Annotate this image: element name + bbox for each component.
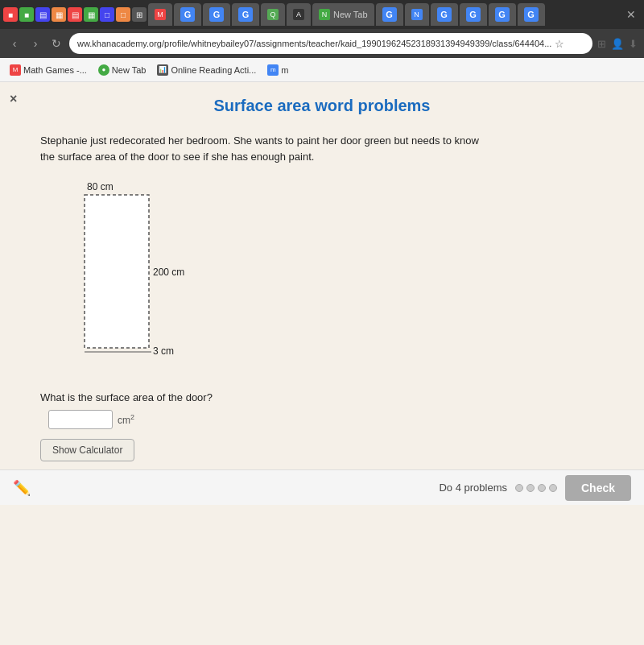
tab-bar: ■ ■ ▤ ▦ ▤ ▦ □ □ ⊞ M G G G Q A N [0,0,644,29]
do-problems-text: Do 4 problems [439,482,507,494]
browser-icon-9: ⊞ [132,7,147,22]
tab-qa[interactable]: Q [261,3,285,26]
progress-dots [515,484,557,492]
tab-favicon-ne2: N [411,9,423,20]
tab-favicon-g8: G [524,7,539,22]
bottom-bar: ✏️ Do 4 problems Check [0,469,644,505]
check-button[interactable]: Check [565,475,631,501]
tab-favicon-g7: G [495,7,510,22]
bookmark-math-games[interactable]: M Math Games -... [6,63,90,77]
bookmark-online-reading[interactable]: 📊 Online Reading Acti... [154,63,259,77]
width-label: 80 cm [87,181,114,192]
page-content: × Surface area word problems Stephanie j… [0,82,644,645]
unit-text: cm [118,415,130,426]
browser-icon-7: □ [100,7,114,22]
unit-exponent: 2 [130,413,134,421]
diagram-svg: 80 cm 200 cm 3 cm [40,179,217,375]
browser-icon-4: ▦ [52,7,66,22]
tab-favicon-g2: G [209,7,224,22]
tab-g6[interactable]: G [460,3,487,26]
door-diagram: 80 cm 200 cm 3 cm [40,179,217,372]
answer-row: cm2 [40,410,612,429]
problem-text: Stephanie just redecorated her bedroom. … [40,133,491,164]
page-title: Surface area word problems [0,82,644,125]
browser-icon-5: ▤ [68,7,82,22]
do-problems-section: Do 4 problems Check [439,475,631,501]
unit-label: cm2 [118,413,134,426]
bookmark-label-math: Math Games -... [23,65,87,75]
bookmarks-bar: M Math Games -... ● New Tab 📊 Online Rea… [0,58,644,82]
tab-favicon-g6: G [466,7,481,22]
address-bar: ‹ › ↻ ww.khanacademy.org/profile/whitney… [0,29,644,58]
show-calculator-button[interactable]: Show Calculator [40,439,134,461]
bookmark-new-tab[interactable]: ● New Tab [95,63,150,77]
tab-gmail[interactable]: M [148,3,172,26]
progress-dot-1 [515,484,523,492]
height-label: 200 cm [153,267,184,278]
browser-action-icons: ■ ■ ▤ ▦ ▤ ▦ □ □ ⊞ [3,7,147,22]
tab-g4[interactable]: G [376,3,403,26]
tab-ne2[interactable]: N [405,3,429,26]
extensions-icon[interactable]: ⊞ [597,38,606,50]
tab-g5[interactable]: G [431,3,458,26]
svg-rect-0 [85,195,149,348]
download-icon[interactable]: ⬇ [629,38,638,50]
tab-g7[interactable]: G [489,3,516,26]
progress-dot-4 [549,484,557,492]
bookmark-label-new-tab: New Tab [112,65,147,75]
bookmark-label-m: m [281,65,288,75]
tab-favicon-g3: G [238,7,253,22]
answer-input[interactable] [48,410,113,429]
tab-g3[interactable]: G [232,3,259,26]
bookmark-favicon-reading: 📊 [157,64,168,76]
forward-button[interactable]: › [27,35,43,52]
browser-icon-6: ▦ [84,7,98,22]
tab-g8[interactable]: G [518,3,545,26]
bookmark-favicon-math: M [10,64,21,76]
content-area: Stephanie just redecorated her bedroom. … [0,125,644,469]
bookmark-favicon-new-tab: ● [98,64,109,76]
page-inner: × Surface area word problems Stephanie j… [0,82,644,645]
tab-favicon-a: A [293,9,304,20]
star-icon[interactable]: ☆ [555,38,564,50]
address-text: ww.khanacademy.org/profile/whitneybailey… [77,39,551,48]
tab-g2[interactable]: G [203,3,230,26]
progress-dot-2 [526,484,535,492]
bookmark-label-reading: Online Reading Acti... [171,65,256,75]
sketch-icon[interactable]: ✏️ [13,479,31,497]
browser-icon-1: ■ [3,7,18,22]
reload-button[interactable]: ↻ [48,35,64,52]
tab-favicon-g1: G [180,7,195,22]
browser-icon-8: □ [116,7,130,22]
tab-new[interactable]: N New Tab [312,3,374,26]
depth-label: 3 cm [153,345,174,357]
tab-a[interactable]: A [287,3,311,26]
tab-favicon-g5: G [437,7,452,22]
address-icons: ☆ [555,38,564,50]
diagram-container: 80 cm 200 cm 3 cm [40,179,612,375]
question-text: What is the surface area of the door? [40,391,612,403]
tab-favicon-g4: G [382,7,397,22]
address-input[interactable]: ww.khanacademy.org/profile/whitneybailey… [69,33,592,54]
close-tab-button[interactable]: ✕ [621,8,641,21]
tab-favicon-qa: Q [267,9,279,20]
tab-label-new: New Tab [333,10,368,19]
tab-favicon-gmail: M [155,9,166,20]
bookmark-favicon-m: m [267,64,279,76]
browser-icon-2: ■ [19,7,34,22]
tab-g1[interactable]: G [174,3,201,26]
browser-icon-3: ▤ [35,7,50,22]
back-button[interactable]: ‹ [6,35,23,52]
bookmark-m[interactable]: m m [264,63,291,77]
tab-favicon-ne: N [319,9,330,20]
browser-frame: ■ ■ ▤ ▦ ▤ ▦ □ □ ⊞ M G G G Q A N [0,0,644,645]
progress-dot-3 [538,484,546,492]
question-area: What is the surface area of the door? cm… [40,391,612,461]
profile-icon[interactable]: 👤 [611,38,624,50]
close-page-button[interactable]: × [10,92,17,106]
